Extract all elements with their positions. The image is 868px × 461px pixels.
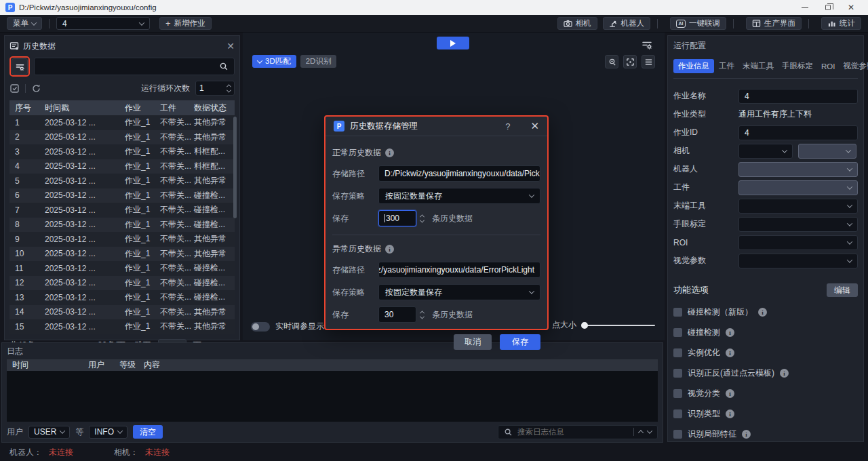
config-tab[interactable]: 末端工具 [739,59,777,73]
camera-view-button[interactable] [605,55,618,68]
one-click-debug-button[interactable]: AI 一键联调 [670,17,726,30]
info-icon[interactable]: i [726,348,734,357]
run-button[interactable] [437,37,469,49]
checkbox[interactable] [673,409,682,418]
workpiece-select[interactable] [738,180,858,195]
error-path-input[interactable]: D:/Pickwiz/yasuojimianxingyouxu/data/Err… [378,262,540,278]
statistics-button[interactable]: 统计 [821,17,861,30]
stepper-down-icon[interactable] [420,314,425,319]
log-search-input[interactable] [517,428,629,436]
table-row[interactable]: 7 2025-03-12 ... 作业_1 不带关... 碰撞检... [9,203,235,218]
close-button[interactable]: ✕ [840,0,863,15]
checkbox[interactable] [673,328,682,337]
error-strategy-select[interactable]: 按固定数量保存 [378,284,540,300]
info-icon[interactable]: i [742,430,751,439]
cycle-count-stepper[interactable]: 1 [195,81,235,96]
job-select[interactable]: 4 [56,17,150,30]
stepper-down-icon[interactable] [226,87,231,92]
maximize-button[interactable] [816,0,840,15]
checkbox[interactable] [673,308,682,317]
point-size-slider[interactable] [582,325,655,326]
camera-select-2[interactable] [798,144,856,159]
realtime-params-toggle[interactable] [251,322,270,332]
table-row[interactable]: 4 2025-03-12 ... 作业_1 不带关... 料框配... [9,159,235,174]
config-tab[interactable]: 手眼标定 [778,59,816,73]
user-select[interactable]: USER [28,426,70,439]
menu-button[interactable]: 菜单 [7,17,42,30]
checkbox[interactable] [673,348,682,357]
table-row[interactable]: 10 2025-03-12 ... 作业_1 不带关... 其他异常 [9,247,235,262]
log-content[interactable] [7,371,658,422]
refresh-button[interactable] [31,83,41,94]
job-name-input[interactable]: 4 [738,89,858,104]
view-menu-button[interactable] [642,55,655,68]
normal-strategy-select[interactable]: 按固定数量保存 [378,188,540,204]
select-all-button[interactable] [9,83,20,94]
table-row[interactable]: 11 2025-03-12 ... 作业_1 不带关... 碰撞检... [9,261,235,276]
hand-eye-select[interactable] [738,217,858,232]
camera-button[interactable]: 相机 [557,17,597,30]
cycle-count-label: 运行循环次数 [141,83,190,94]
minimize-button[interactable] [793,0,816,15]
checkbox[interactable] [673,430,682,439]
ai-icon: AI [676,20,686,28]
table-row[interactable]: 8 2025-03-12 ... 作业_1 不带关... 碰撞检... [9,218,235,233]
table-scrollbar[interactable] [233,117,237,218]
edit-button[interactable]: 编辑 [827,283,858,297]
bounding-box-button[interactable] [623,55,637,68]
camera-select-1[interactable] [738,144,793,159]
end-tool-select[interactable] [738,199,858,214]
filter-settings-button[interactable] [12,58,28,75]
table-row[interactable]: 12 2025-03-12 ... 作业_1 不带关... 碰撞检... [9,276,235,291]
config-tab[interactable]: 视觉参数 [840,59,868,73]
checkbox[interactable] [673,369,682,378]
normal-path-input[interactable]: D:/Pickwiz/yasuojimianxingyouxu/data/Pic… [378,165,540,182]
option-row: 识别类型 i [673,408,858,420]
dialog-close-icon[interactable]: ✕ [530,120,539,132]
clear-log-button[interactable]: 清空 [133,425,163,439]
search-prev-icon[interactable] [638,430,644,435]
info-icon[interactable]: i [780,369,789,378]
table-row[interactable]: 3 2025-03-12 ... 作业_1 不带关... 料框配... [9,144,235,159]
close-panel-icon[interactable]: ✕ [226,41,235,52]
tab-3d-match[interactable]: 3D匹配 [252,55,296,68]
normal-save-count-input[interactable]: 300 [378,210,416,226]
save-button[interactable]: 保存 [500,334,540,350]
search-next-icon[interactable] [647,428,652,433]
table-row[interactable]: 13 2025-03-12 ... 作业_1 不带关... 碰撞检... [9,290,235,305]
slider-thumb[interactable] [581,322,588,329]
field-job-type: 作业类型 通用工件有序上下料 [673,105,858,123]
info-icon[interactable]: i [726,328,734,337]
table-row[interactable]: 6 2025-03-12 ... 作业_1 不带关... 碰撞检... [9,188,235,203]
job-id-input[interactable]: 4 [738,125,858,140]
stepper-down-icon[interactable] [420,218,425,222]
robot-button[interactable]: 机器人 [603,17,651,30]
history-search-input[interactable] [34,58,235,75]
roi-select[interactable] [738,235,858,250]
table-row[interactable]: 15 2025-03-12 ... 作业_1 不带关... 其他异常 [9,319,235,334]
vision-params-select[interactable] [738,254,858,268]
config-tab[interactable]: 作业信息 [673,59,714,73]
new-job-button[interactable]: +新增作业 [159,17,212,30]
info-icon[interactable]: i [726,389,734,398]
robot-select[interactable] [738,162,858,177]
info-icon[interactable]: i [385,148,394,157]
table-row[interactable]: 2 2025-03-12 ... 作业_1 不带关... 其他异常 [9,130,235,145]
table-row[interactable]: 1 2025-03-12 ... 作业_1 不带关... 其他异常 [9,115,235,130]
table-row[interactable]: 9 2025-03-12 ... 作业_1 不带关... 其他异常 [9,232,235,247]
table-row[interactable]: 14 2025-03-12 ... 作业_1 不带关... 其他异常 [9,305,235,320]
display-settings-button[interactable] [639,37,655,53]
cancel-button[interactable]: 取消 [454,334,492,350]
help-icon[interactable]: ? [505,121,510,132]
tab-2d-recognition[interactable]: 2D识别 [300,55,337,68]
table-row[interactable]: 5 2025-03-12 ... 作业_1 不带关... 其他异常 [9,174,235,188]
error-save-count-input[interactable]: 30 [378,306,416,323]
production-view-button[interactable]: 生产界面 [746,17,802,30]
info-icon[interactable]: i [726,409,734,418]
info-icon[interactable]: i [758,308,767,317]
checkbox[interactable] [673,389,682,398]
config-tab[interactable]: 工件 [715,59,738,73]
config-tab[interactable]: ROI [818,60,838,73]
level-select[interactable]: INFO [89,426,127,439]
info-icon[interactable]: i [385,245,394,254]
